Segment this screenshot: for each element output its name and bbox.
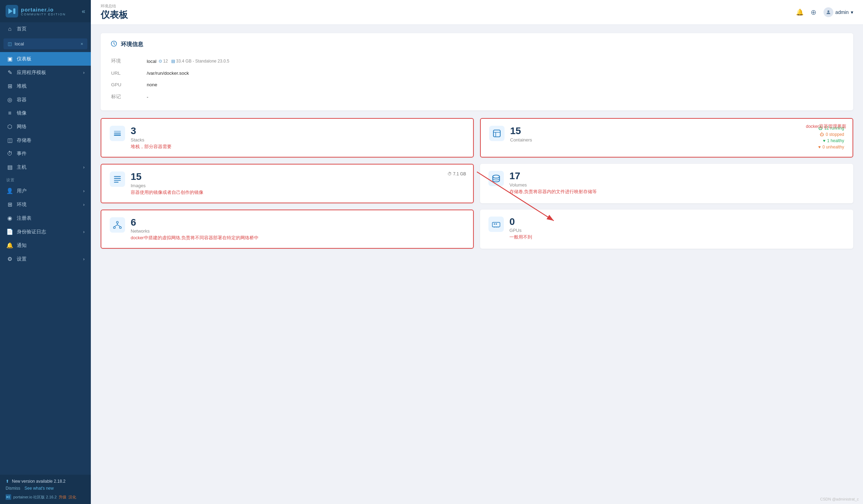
sidebar-host-label: 主机 [17,164,27,170]
svg-rect-22 [496,223,497,224]
events-icon: ⏱ [6,151,13,157]
stat-card-networks[interactable]: 6 Networks docker中搭建的虚拟网络,负责将不同容器部署在特定的网… [101,210,474,249]
user-name: admin [835,9,849,15]
user-avatar-icon [826,9,831,15]
env-label-environment: 环境 [111,55,146,67]
stacks-annotation: 堆栈，部分容器需要 [131,144,465,150]
host-arrow-icon: › [83,165,85,170]
containers-stat-icon [489,126,505,141]
sidebar-registries-label: 注册表 [17,215,31,221]
env-row-tags: 标记 - [111,91,843,103]
sidebar-item-auth-logs[interactable]: 📄 身份验证日志 › [0,225,91,239]
stat-card-containers[interactable]: 15 Containers docker容器管理界面 ⏻ 12 running … [480,118,853,158]
page-title: 仪表板 [101,9,128,21]
storage-disk-icon: ⏱ [448,171,452,176]
topbar-right: 🔔 ⊕ admin ▾ [796,7,853,17]
env-label-gpu: GPU [111,79,146,90]
sidebar-item-volumes[interactable]: ◫ 存储卷 [0,133,91,147]
gpus-annotation: 一般用不到 [509,234,845,240]
stacks-stat-icon [110,126,125,141]
svg-point-16 [493,175,500,178]
environments-icon: ⊞ [6,201,13,208]
sidebar-item-users[interactable]: 👤 用户 › [0,184,91,198]
dashboard-icon: ▣ [6,56,13,62]
dismiss-button[interactable]: Dismiss [6,486,20,491]
images-label: Images [131,183,465,188]
sidebar-item-app-templates[interactable]: ✎ 应用程序模板 › [0,66,91,79]
hanhua-link[interactable]: 汉化 [68,495,76,500]
volumes-stat-info: 17 Volumes 存储卷,负责将容器内的文件进行映射存储等 [509,171,845,195]
env-value-tags: - [147,91,843,103]
stacks-label: Stacks [131,137,465,143]
sidebar-item-host[interactable]: ▤ 主机 › [0,160,91,174]
sidebar-item-containers[interactable]: ◎ 容器 [0,93,91,107]
sidebar-item-stacks[interactable]: ⊞ 堆栈 [0,79,91,93]
stopped-count: 0 stopped [826,132,844,137]
sidebar-header: portainer.io COMMUNITY EDITION « [0,0,91,22]
settings-icon: ⚙ [6,256,13,262]
network-icon [113,220,122,229]
svg-rect-9 [114,133,121,134]
user-menu-button[interactable]: admin ▾ [824,7,853,17]
sidebar-item-registries[interactable]: ◉ 注册表 [0,211,91,225]
env-meta: local ⊙ 12 ▤ 33.4 GB - Standalone 23.0.5 [147,59,843,64]
update-links: Dismiss See what's new [6,486,85,491]
notifications-bell-icon[interactable]: 🔔 [796,8,804,16]
sidebar-item-home[interactable]: ⌂ 首页 [0,22,91,36]
images-stat-info: 15 Images 容器使用的镜像或者自己创作的镜像 [131,171,465,196]
avatar [824,7,833,17]
stat-card-gpus[interactable]: 0 GPUs 一般用不到 [480,210,853,249]
help-icon[interactable]: ⊕ [811,8,817,16]
sidebar-logo-main: portainer.io [21,7,66,13]
svg-rect-2 [13,8,15,14]
stat-card-stacks[interactable]: 3 Stacks 堆栈，部分容器需要 [101,118,474,158]
auth-logs-icon: 📄 [6,228,13,235]
environments-arrow-icon: › [83,202,85,207]
volumes-label: Volumes [509,182,845,188]
svg-point-19 [119,226,121,228]
home-icon: ⌂ [6,26,13,32]
containers-count: 15 [510,126,813,137]
gpus-stat-icon [488,217,504,232]
sidebar-logo-text: portainer.io COMMUNITY EDITION [21,7,66,16]
containers-label: Containers [510,137,813,143]
env-info-table: 环境 local ⊙ 12 ▤ 33.4 GB - Standalone 23.… [110,54,843,103]
update-notice-text: New version available 2.18.2 [12,479,65,484]
sidebar-collapse-button[interactable]: « [82,8,85,15]
sidebar-item-notifications[interactable]: 🔔 通知 [0,239,91,252]
stacks-stat-info: 3 Stacks 堆栈，部分容器需要 [131,126,465,150]
svg-rect-8 [114,134,121,136]
user-menu-arrow-icon: ▾ [851,9,853,15]
sidebar-item-networks[interactable]: ⬡ 网络 [0,120,91,133]
svg-rect-21 [494,223,495,224]
sidebar-env-name: local [15,41,24,46]
env-value-url: /var/run/docker.sock [147,68,843,79]
networks-stat-icon [110,217,125,233]
sidebar-events-label: 事件 [17,151,27,157]
watermark: CSDN @administrat_c [820,497,859,501]
version-text: portainer.io 社区版 2.16.2 [13,495,57,500]
svg-point-18 [114,226,115,228]
sidebar-item-environments[interactable]: ⊞ 环境 › [0,198,91,211]
registries-icon: ◉ [6,215,13,221]
networks-count: 6 [131,217,465,228]
sidebar-item-images[interactable]: ≡ 镜像 [0,107,91,120]
notifications-icon: 🔔 [6,242,13,249]
volume-icon [492,174,501,183]
see-whats-new-link[interactable]: See what's new [24,486,54,491]
stat-card-volumes[interactable]: 17 Volumes 存储卷,负责将容器内的文件进行映射存储等 [480,164,853,203]
sidebar-item-events[interactable]: ⏱ 事件 [0,147,91,160]
sidebar-home-label: 首页 [17,26,27,32]
images-stat-icon [110,171,125,187]
sidebar-item-settings[interactable]: ⚙ 设置 › [0,252,91,266]
stat-card-images[interactable]: 15 Images 容器使用的镜像或者自己创作的镜像 ⏱ 7.1 GB [101,164,474,203]
upgrade-link[interactable]: 升级 [59,495,66,500]
update-notice: ⬆ New version available 2.18.2 [6,479,85,484]
sidebar-item-dashboard[interactable]: ▣ 仪表板 [0,52,91,66]
storage-icon: ▤ [171,59,175,64]
box-icon [492,129,501,138]
sidebar-env-close-button[interactable]: × [80,41,83,46]
networks-stat-info: 6 Networks docker中搭建的虚拟网络,负责将不同容器部署在特定的网… [131,217,465,241]
healthy-count: 1 healthy [827,138,844,143]
auth-logs-arrow-icon: › [83,229,85,234]
